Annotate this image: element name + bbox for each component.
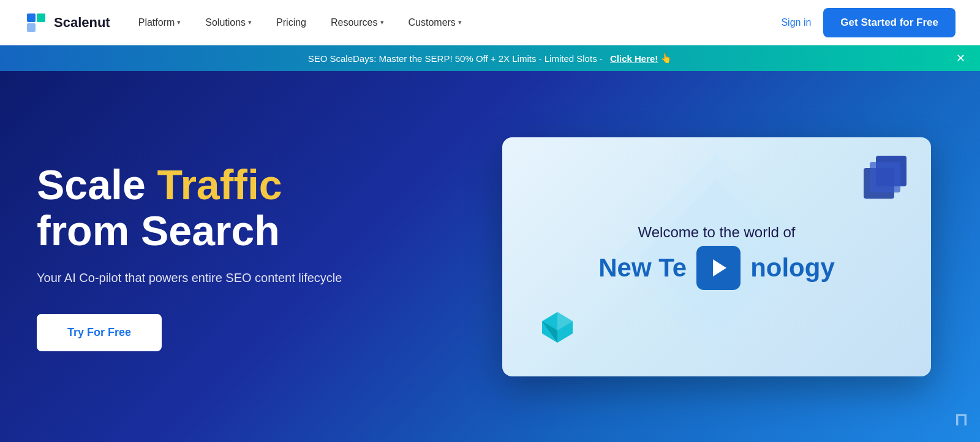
promo-banner: SEO ScaleDays: Master the SERP! 50% Off … (0, 45, 980, 71)
customers-chevron-icon: ▾ (458, 18, 462, 26)
hero-heading-part1: Scale (37, 161, 157, 208)
watermark: ⊓ (954, 410, 968, 430)
bracket-decoration (864, 156, 913, 205)
banner-emoji: 👆 (660, 53, 672, 64)
logo-icon (24, 11, 48, 34)
hero-section: Scale Trafficfrom Search Your AI Co-pilo… (0, 71, 980, 442)
nav-pricing-label: Pricing (276, 17, 306, 28)
gem-decoration (539, 309, 576, 346)
nav-platform[interactable]: Platform ▾ (129, 12, 191, 33)
video-container[interactable]: Welcome to the world of New Te nology (502, 137, 931, 376)
hero-heading-part2: from Search (37, 207, 280, 254)
nav-customers[interactable]: Customers ▾ (399, 12, 472, 33)
hero-heading-highlight: Traffic (157, 161, 282, 208)
solutions-chevron-icon: ▾ (248, 18, 252, 26)
logo-text: Scalenut (54, 15, 110, 31)
nav-solutions-label: Solutions (205, 17, 246, 28)
banner-close-button[interactable]: ✕ (956, 51, 965, 65)
platform-chevron-icon: ▾ (177, 18, 181, 26)
nav-customers-label: Customers (409, 17, 456, 28)
video-text-area: Welcome to the world of New Te nology (598, 224, 835, 290)
hero-subtext: Your AI Co-pilot that powers entire SEO … (37, 269, 429, 287)
video-title-part2: nology (750, 253, 835, 283)
nav-resources-label: Resources (331, 17, 377, 28)
hero-heading: Scale Trafficfrom Search (37, 162, 429, 254)
video-subtitle: Welcome to the world of (598, 224, 835, 241)
nav-resources[interactable]: Resources ▾ (321, 12, 393, 33)
banner-text: SEO ScaleDays: Master the SERP! 50% Off … (308, 53, 603, 64)
sign-in-link[interactable]: Sign in (781, 17, 811, 28)
video-title-part1: New Te (598, 253, 687, 283)
navbar: Scalenut Platform ▾ Solutions ▾ Pricing … (0, 0, 980, 45)
hero-right: Welcome to the world of New Te nology (453, 137, 931, 376)
svg-rect-2 (37, 13, 45, 22)
logo[interactable]: Scalenut (24, 11, 110, 34)
video-title: New Te nology (598, 246, 835, 290)
svg-rect-3 (27, 23, 36, 32)
nav-solutions[interactable]: Solutions ▾ (195, 12, 262, 33)
banner-cta-link[interactable]: Click Here! (610, 53, 658, 64)
nav-platform-label: Platform (138, 17, 175, 28)
play-button[interactable] (696, 246, 741, 290)
resources-chevron-icon: ▾ (380, 18, 384, 26)
nav-links: Platform ▾ Solutions ▾ Pricing Resources… (129, 12, 782, 33)
play-icon (713, 259, 726, 276)
nav-right: Sign in Get Started for Free (781, 8, 956, 37)
svg-rect-9 (870, 162, 900, 192)
try-free-button[interactable]: Try For Free (37, 314, 162, 351)
hero-left: Scale Trafficfrom Search Your AI Co-pilo… (37, 162, 453, 351)
get-started-button[interactable]: Get Started for Free (823, 8, 956, 37)
svg-rect-1 (27, 13, 36, 22)
banner-content: SEO ScaleDays: Master the SERP! 50% Off … (308, 53, 673, 64)
nav-pricing[interactable]: Pricing (266, 12, 316, 33)
